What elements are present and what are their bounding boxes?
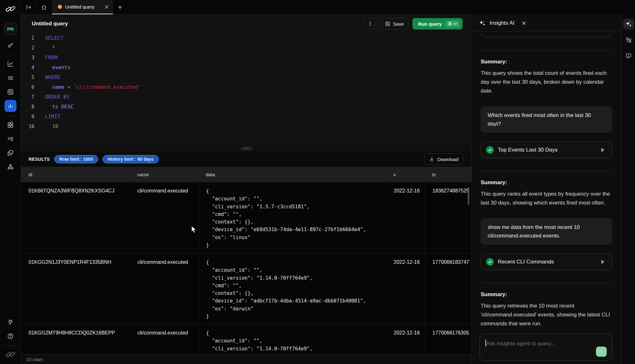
bar-chart-icon xyxy=(4,100,17,112)
insights-divider xyxy=(481,50,612,50)
column-header-name[interactable]: name xyxy=(130,172,199,177)
sql-line: 8ts DESC xyxy=(21,102,471,112)
sidebar-item-bar-chart[interactable] xyxy=(0,99,21,113)
table-row[interactable]: 01KGG2N1J3Y0ENP1R4F1335BNHcli/command.ex… xyxy=(21,253,471,324)
hierarchy-icon xyxy=(623,35,634,45)
right-rail-item-sparkles[interactable] xyxy=(622,18,635,30)
code-text: events xyxy=(52,64,70,70)
right-rail-item-feedback[interactable] xyxy=(622,50,635,62)
line-number: 3 xyxy=(21,55,34,61)
unsaved-dot-icon xyxy=(58,5,62,9)
insights-panel: Insights AI Summary:This query shows the… xyxy=(471,15,622,364)
cell-ts: 1836274887529 xyxy=(424,182,471,253)
tab-bar: Untitled query xyxy=(21,0,471,15)
insights-divider xyxy=(481,171,612,171)
sql-line: 1SELECT xyxy=(21,33,471,43)
sidebar-nav-bottom xyxy=(0,315,21,343)
app-logo-icon[interactable] xyxy=(5,5,16,13)
summary-label: Summary: xyxy=(481,291,612,298)
download-button[interactable]: Download xyxy=(424,153,463,165)
code-text: SELECT xyxy=(45,35,64,41)
summary-text: This query ranks all event types by freq… xyxy=(481,190,612,207)
sidebar-item-apps-grid[interactable] xyxy=(0,118,21,132)
table-row[interactable]: 01K66TQNZA3WFBQ8XN2KXSG4CJcli/command.ex… xyxy=(21,182,471,253)
new-tab-button[interactable] xyxy=(113,0,127,14)
tab-close-icon[interactable] xyxy=(104,4,109,10)
feedback-icon xyxy=(623,50,634,61)
query-title: Untitled query xyxy=(32,21,68,27)
code-text: ts DESC xyxy=(52,104,73,110)
code-text: LIMIT xyxy=(45,114,60,120)
code-text: WHERE xyxy=(45,74,60,80)
run-card-button[interactable] xyxy=(598,146,607,154)
home-button[interactable] xyxy=(37,0,52,14)
sql-line: 7ORDER BY xyxy=(21,92,471,102)
table-scrollbar[interactable] xyxy=(468,187,469,205)
collapse-sidebar-button[interactable] xyxy=(21,0,36,14)
line-number: 6 xyxy=(21,84,34,90)
sidebar-divider xyxy=(3,346,18,346)
enter-key-icon: ↵ xyxy=(453,21,457,26)
line-chart-icon xyxy=(4,58,17,70)
sidebar-item-line-chart[interactable] xyxy=(0,57,21,71)
cell-id: 01KGG2N1J3Y0ENP1R4F1335BNH xyxy=(21,254,130,324)
tab-untitled-query[interactable]: Untitled query xyxy=(52,0,113,14)
summary-label: Summary: xyxy=(481,59,612,65)
sidebar-item-list-filter[interactable] xyxy=(0,71,21,85)
sidebar-item-terminal[interactable] xyxy=(0,132,21,146)
sparkles-icon xyxy=(623,19,634,29)
left-sidebar: PR xyxy=(0,0,21,364)
line-number: 4 xyxy=(21,65,34,70)
sidebar-item-plug[interactable] xyxy=(0,315,21,329)
insights-header: Insights AI xyxy=(472,15,622,32)
sql-line: 6name = 'cli/command.executed' xyxy=(21,82,471,92)
query-result-card[interactable]: Top Events Last 30 Days xyxy=(481,142,612,158)
apps-grid-icon xyxy=(4,119,17,131)
ask-agent-placeholder: Ask insights agent to query... xyxy=(485,340,555,347)
more-options-button[interactable] xyxy=(364,18,376,29)
terminal-icon xyxy=(4,133,17,145)
ask-agent-input[interactable]: Ask insights agent to query... xyxy=(479,334,612,361)
run-query-label: Run query xyxy=(418,21,442,27)
sidebar-item-search-doc[interactable] xyxy=(0,85,21,99)
query-result-card[interactable]: Recent CLI Commands xyxy=(481,254,612,270)
search-doc-icon xyxy=(4,86,17,98)
save-button[interactable]: Save xyxy=(380,18,409,29)
right-rail-item-hierarchy[interactable] xyxy=(622,34,635,46)
sql-editor[interactable]: 1SELECT2*3FROM4events5WHERE6name = 'cli/… xyxy=(21,33,471,145)
list-filter-icon xyxy=(4,72,17,84)
insights-title: Insights AI xyxy=(490,20,514,26)
cell-id: 01K66TQNZA3WFBQ8XN2KXSG4CJ xyxy=(21,182,130,253)
cell-ts: 1770066183747 xyxy=(424,254,471,324)
row-limit-badge[interactable]: Row limit : 1000 xyxy=(54,155,98,163)
sidebar-divider xyxy=(0,52,21,57)
line-number: 8 xyxy=(21,104,34,110)
sidebar-item-chat[interactable] xyxy=(0,146,21,160)
send-button[interactable] xyxy=(596,347,607,357)
summary-text: This query shows the total count of even… xyxy=(481,69,612,95)
plug-icon xyxy=(4,316,17,328)
column-header-data[interactable]: data xyxy=(199,172,386,177)
summary-text: This query retrieves the 10 most recent … xyxy=(481,302,612,328)
table-header-row: idnamedatavts xyxy=(21,167,471,182)
workspace-badge[interactable]: PR xyxy=(4,23,17,35)
table-row[interactable]: 01KGG2MT9H8H8CCDQ0ZK16BEPPcli/command.ex… xyxy=(21,324,471,354)
sidebar-item-webhook[interactable] xyxy=(0,160,21,174)
insights-close-icon[interactable] xyxy=(521,21,526,26)
previous-card-edge xyxy=(481,32,612,37)
column-header-ts[interactable]: ts xyxy=(424,172,471,177)
cell-name: cli/command.executed xyxy=(130,324,199,354)
app-root: PR Untitled query Untitled query xyxy=(0,0,635,364)
column-header-v[interactable]: v xyxy=(386,172,424,177)
column-header-id[interactable]: id xyxy=(21,172,130,177)
splitter-drag-handle[interactable] xyxy=(240,147,253,150)
history-limit-badge[interactable]: History limit : 90 days xyxy=(103,155,159,163)
sidebar-item-key[interactable] xyxy=(0,38,21,52)
run-query-button[interactable]: Run query ⌘ ↵ xyxy=(412,18,463,29)
run-shortcut-badge: ⌘ ↵ xyxy=(445,21,459,27)
cmd-key-icon: ⌘ xyxy=(448,21,452,26)
user-message: show me data from the most recent 10 cli… xyxy=(481,218,612,245)
download-label: Download xyxy=(437,157,458,162)
sidebar-item-help[interactable] xyxy=(0,329,21,343)
run-card-button[interactable] xyxy=(598,258,607,266)
